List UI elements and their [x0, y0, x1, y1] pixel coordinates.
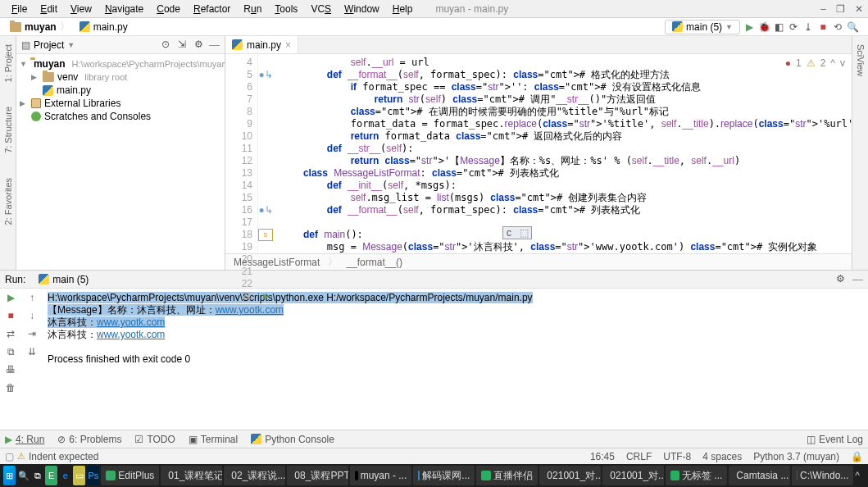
run-icon[interactable]: ▶	[743, 21, 755, 33]
menu-help[interactable]: Help	[386, 2, 420, 16]
run-gutter-icon[interactable]: ▶	[258, 290, 273, 303]
maximize-icon[interactable]: ❐	[836, 3, 845, 15]
warn-gutter-icon[interactable]: S	[258, 229, 273, 241]
taskbar-item[interactable]: C:\Windo...	[792, 466, 853, 485]
interpreter-info[interactable]: Python 3.7 (muyan)	[753, 451, 839, 462]
up-icon[interactable]: ↑	[30, 292, 34, 303]
output-link[interactable]: www.yootk.com	[97, 329, 165, 340]
breadcrumb-file[interactable]: main.py	[75, 20, 133, 34]
stop-icon[interactable]: ■	[817, 21, 829, 33]
tab-run[interactable]: ▶4: Run	[5, 434, 44, 445]
tree-scratches[interactable]: Scratches and Consoles	[16, 110, 225, 123]
tool-structure[interactable]: 7: Structure	[3, 107, 13, 153]
tree-project-root[interactable]: ▼ muyan H:\workspace\PycharmProjects\muy…	[16, 57, 225, 71]
tab-problems[interactable]: ⊘6: Problems	[57, 434, 121, 445]
menu-tools[interactable]: Tools	[268, 2, 304, 16]
tab-todo[interactable]: ☑TODO	[134, 434, 175, 445]
taskbar-item[interactable]: 021001_对...	[602, 466, 664, 485]
menu-file[interactable]: File	[5, 2, 34, 16]
chevron-up-icon[interactable]: ^	[830, 57, 835, 69]
update-icon[interactable]: ⟲	[832, 21, 843, 33]
editplus-icon[interactable]: E	[45, 466, 57, 485]
layout-icon[interactable]: ⇄	[7, 328, 15, 339]
chevron-down-icon[interactable]: ▼	[67, 41, 75, 49]
menu-run[interactable]: Run	[237, 2, 268, 16]
delete-icon[interactable]: 🗑	[6, 382, 16, 394]
taskbar-item[interactable]: EditPlus	[101, 466, 159, 485]
tree-main-py[interactable]: main.py	[16, 84, 225, 97]
stop-icon[interactable]: ■	[7, 310, 13, 321]
taskbar-item[interactable]: 01_课程笔记	[161, 466, 222, 485]
menu-navigate[interactable]: Navigate	[98, 2, 150, 16]
output-link[interactable]: www.yootk.com	[216, 304, 284, 316]
taskbar-item[interactable]: 无标签 ...	[666, 466, 727, 485]
indent-info[interactable]: 4 spaces	[702, 451, 742, 462]
photoshop-icon[interactable]: Ps	[87, 466, 99, 485]
menu-code[interactable]: Code	[150, 2, 187, 16]
chevron-down-icon[interactable]: v	[840, 57, 845, 69]
editor-tab-main[interactable]: main.py ×	[225, 36, 298, 53]
menu-refactor[interactable]: Refactor	[187, 2, 237, 16]
code-area[interactable]: self.__url = url def __format__(self, fo…	[273, 54, 852, 253]
hide-icon[interactable]: —	[852, 273, 863, 285]
menu-window[interactable]: Window	[338, 2, 386, 16]
tool-project[interactable]: 1: Project	[3, 44, 13, 82]
run-configuration-selector[interactable]: main (5) ▼	[665, 20, 740, 34]
menu-view[interactable]: View	[64, 2, 98, 16]
start-button[interactable]: ⊞	[3, 466, 16, 485]
menu-vcs[interactable]: VCS	[304, 2, 338, 16]
tool-window-quick-icon[interactable]: ▢	[5, 451, 14, 462]
explorer-icon[interactable]: ▭	[73, 466, 85, 485]
rerun-icon[interactable]: ▶	[7, 292, 15, 303]
console-output[interactable]: H:\workspace\PycharmProjects\muyan\venv\…	[43, 289, 868, 430]
taskbar-item[interactable]: muyan - ...	[350, 466, 411, 485]
print-icon[interactable]: 🖶	[6, 364, 16, 375]
taskbar-item[interactable]: 解码课网...	[413, 466, 475, 485]
minimize-icon[interactable]: –	[820, 3, 826, 15]
scroll-icon[interactable]: ⇊	[28, 346, 36, 357]
tool-favorites[interactable]: 2: Favorites	[3, 178, 13, 225]
task-view-icon[interactable]: ⧉	[31, 466, 43, 485]
down-icon[interactable]: ↓	[30, 310, 34, 321]
edge-icon[interactable]: e	[59, 466, 71, 485]
line-separator[interactable]: CRLF	[626, 451, 652, 462]
file-encoding[interactable]: UTF-8	[663, 451, 691, 462]
breadcrumb-function[interactable]: __format__()	[346, 257, 402, 268]
tree-venv[interactable]: ▶ venv library root	[16, 71, 225, 84]
debug-icon[interactable]: 🐞	[758, 21, 770, 33]
taskbar-item[interactable]: 08_课程PPT	[287, 466, 348, 485]
tray-chevron-icon[interactable]: ^	[855, 470, 860, 481]
search-icon[interactable]: 🔍	[847, 21, 858, 33]
menu-edit[interactable]: Edit	[34, 2, 64, 16]
tool-sciview[interactable]: SciView	[856, 44, 866, 76]
tab-terminal[interactable]: ▣Terminal	[189, 434, 238, 445]
select-opened-icon[interactable]: ⊙	[160, 39, 171, 50]
breakpoint-icon[interactable]: ●↳	[258, 69, 273, 81]
gear-icon[interactable]: ⚙	[193, 39, 204, 50]
tab-event-log[interactable]: ◫Event Log	[807, 434, 863, 445]
tree-external-libs[interactable]: ▶ External Libraries	[16, 97, 225, 110]
caret-position[interactable]: 16:45	[590, 451, 615, 462]
output-link[interactable]: www.yootk.com	[97, 316, 165, 328]
profile-icon[interactable]: ⟳	[788, 21, 799, 33]
taskbar-item[interactable]: 02_课程说...	[224, 466, 285, 485]
coverage-icon[interactable]: ◧	[773, 21, 784, 33]
wrap-icon[interactable]: ⇥	[28, 328, 36, 339]
search-icon[interactable]: 🔍	[17, 466, 30, 485]
lock-icon[interactable]: 🔒	[851, 451, 863, 462]
close-tab-icon[interactable]: ×	[285, 39, 291, 51]
pin-icon[interactable]: ⧉	[7, 346, 15, 357]
hide-icon[interactable]: —	[209, 39, 220, 51]
taskbar-item[interactable]: 021001_对...	[539, 466, 601, 485]
breadcrumb-project[interactable]: muyan 〉	[5, 18, 75, 35]
taskbar-item[interactable]: Camtasia ...	[729, 466, 790, 485]
completion-popup[interactable]: c ⬚	[502, 226, 532, 239]
gear-icon[interactable]: ⚙	[834, 273, 846, 284]
inspection-summary[interactable]: ●1 ⚠2 ^v	[785, 57, 845, 69]
breakpoint-icon[interactable]: ●↳	[258, 204, 273, 216]
tab-python-console[interactable]: Python Console	[251, 434, 334, 445]
expand-all-icon[interactable]: ⇲	[176, 39, 188, 50]
attach-icon[interactable]: ⤓	[802, 21, 814, 33]
close-icon[interactable]: ✕	[855, 3, 863, 15]
taskbar-item[interactable]: 直播伴侣	[476, 466, 538, 485]
